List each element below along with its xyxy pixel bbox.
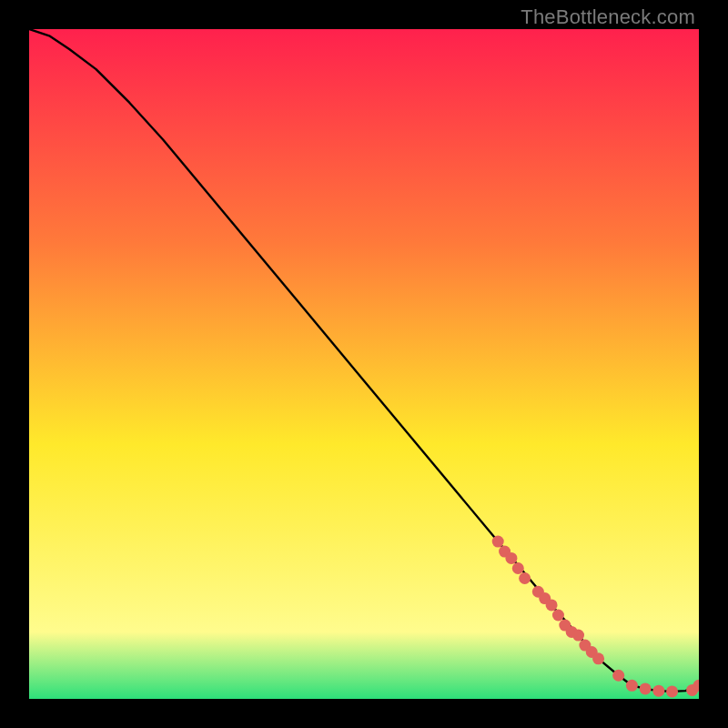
attribution-text: TheBottleneck.com [521, 5, 695, 29]
chart-frame: TheBottleneck.com [0, 0, 728, 728]
marker-point [612, 670, 624, 682]
marker-point [640, 682, 652, 694]
bottleneck-chart [29, 29, 699, 699]
marker-point [552, 610, 564, 622]
marker-point [626, 680, 638, 692]
marker-point [572, 630, 584, 642]
marker-point [592, 652, 604, 664]
marker-point [505, 552, 517, 564]
marker-point [512, 562, 524, 574]
marker-point [546, 599, 558, 611]
marker-point [652, 685, 664, 697]
marker-point [492, 536, 504, 548]
gradient-background [29, 29, 699, 699]
marker-point [519, 572, 531, 584]
marker-point [666, 685, 678, 697]
